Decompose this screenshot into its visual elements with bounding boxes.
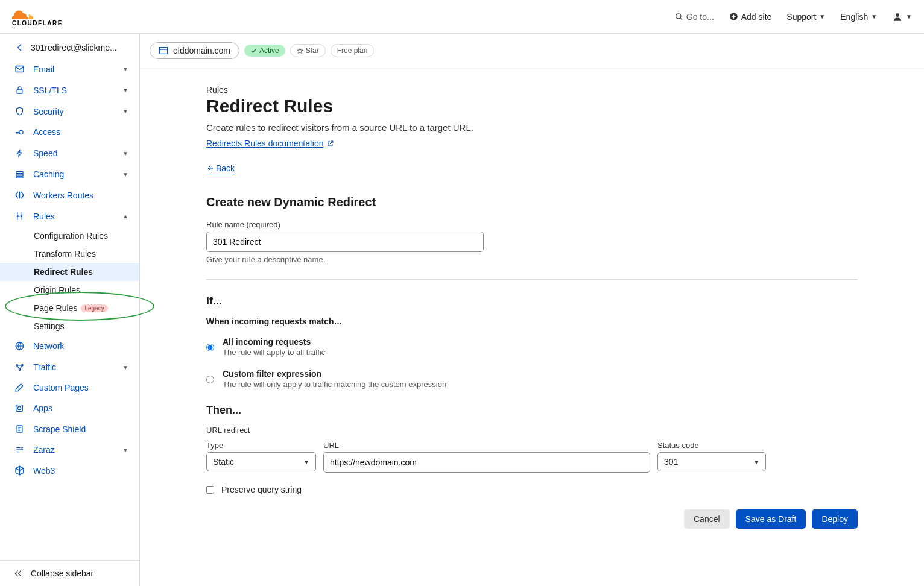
sidebar-subitem-origin-rules[interactable]: Origin Rules bbox=[34, 281, 139, 299]
check-icon bbox=[250, 48, 257, 54]
status-pill: Active bbox=[244, 45, 285, 57]
chevron-icon: ▼ bbox=[122, 66, 128, 72]
domain-pill[interactable]: olddomain.com bbox=[150, 42, 239, 59]
sidebar-subitem-transform-rules[interactable]: Transform Rules bbox=[34, 245, 139, 263]
url-redirect-label: URL redirect bbox=[206, 426, 858, 435]
code-label: Status code bbox=[657, 441, 766, 450]
svg-point-4 bbox=[896, 13, 899, 17]
svg-rect-9 bbox=[16, 174, 22, 175]
sidebar-item-network[interactable]: Network bbox=[0, 335, 139, 357]
sidebar-item-email[interactable]: Email▼ bbox=[0, 58, 139, 80]
nav-icon bbox=[14, 64, 25, 74]
sidebar-item-apps[interactable]: Apps bbox=[0, 398, 139, 418]
type-label: Type bbox=[206, 441, 316, 450]
language-menu[interactable]: English ▼ bbox=[840, 12, 877, 22]
rule-name-input[interactable] bbox=[206, 232, 484, 252]
nav-icon bbox=[14, 341, 25, 351]
nav-icon bbox=[14, 383, 25, 392]
chevron-icon: ▼ bbox=[122, 171, 128, 178]
if-heading: If... bbox=[206, 295, 858, 307]
section-title: Create new Dynamic Redirect bbox=[206, 195, 858, 209]
nav-icon bbox=[14, 170, 25, 179]
deploy-button[interactable]: Deploy bbox=[812, 509, 858, 529]
radio-custom-filter[interactable] bbox=[206, 370, 214, 389]
search-icon bbox=[675, 13, 683, 21]
nav-icon bbox=[14, 190, 25, 200]
sidebar-item-security[interactable]: Security▼ bbox=[0, 101, 139, 122]
top-header: CLOUDFLARE Go to... Add site Support ▼ E… bbox=[0, 0, 924, 34]
svg-point-7 bbox=[19, 130, 22, 134]
back-arrow-icon bbox=[15, 43, 25, 52]
sidebar-item-web3[interactable]: Web3 bbox=[0, 460, 139, 481]
collapse-sidebar[interactable]: Collapse sidebar bbox=[0, 560, 139, 586]
sidebar-item-rules[interactable]: Rules▲ bbox=[0, 206, 139, 227]
nav-icon bbox=[14, 363, 25, 372]
svg-rect-10 bbox=[16, 177, 22, 178]
doc-link[interactable]: Redirects Rules documentation bbox=[206, 139, 334, 148]
sidebar-item-access[interactable]: Access bbox=[0, 122, 139, 142]
sidebar-subitem-redirect-rules[interactable]: Redirect Rules bbox=[0, 263, 139, 281]
sidebar-subitem-configuration-rules[interactable]: Configuration Rules bbox=[34, 227, 139, 245]
star-button[interactable]: Star bbox=[290, 44, 326, 57]
chevron-icon: ▲ bbox=[122, 213, 128, 219]
sidebar-item-ssl-tls[interactable]: SSL/TLS▼ bbox=[0, 80, 139, 101]
main-area: olddomain.com Active Star Free plan Rule… bbox=[140, 34, 924, 586]
legacy-badge: Legacy bbox=[81, 304, 107, 312]
star-icon bbox=[297, 48, 303, 54]
plan-pill[interactable]: Free plan bbox=[331, 44, 375, 57]
sidebar-item-workers-routes[interactable]: Workers Routes bbox=[0, 184, 139, 206]
rule-name-label: Rule name (required) bbox=[206, 220, 858, 229]
browser-icon bbox=[159, 46, 168, 55]
back-link[interactable]: Back bbox=[206, 163, 235, 174]
nav-icon bbox=[14, 128, 25, 137]
then-heading: Then... bbox=[206, 404, 858, 417]
sidebar-item-zaraz[interactable]: Zaraz▼ bbox=[0, 440, 139, 460]
preserve-qs-checkbox[interactable] bbox=[206, 486, 214, 494]
account-switcher[interactable]: 301redirect@slickme... bbox=[0, 34, 139, 58]
sidebar-item-scrape-shield[interactable]: Scrape Shield bbox=[0, 418, 139, 440]
preserve-qs-label: Preserve query string bbox=[221, 485, 302, 494]
radio-all-requests[interactable] bbox=[206, 338, 214, 357]
type-select[interactable]: Static▼ bbox=[206, 452, 316, 471]
if-subhead: When incoming requests match… bbox=[206, 317, 858, 326]
chevron-icon: ▼ bbox=[122, 87, 128, 93]
sidebar-item-speed[interactable]: Speed▼ bbox=[0, 142, 139, 164]
url-input[interactable] bbox=[323, 452, 650, 473]
status-code-select[interactable]: 301▼ bbox=[657, 452, 766, 471]
external-link-icon bbox=[327, 140, 334, 147]
svg-rect-6 bbox=[17, 90, 22, 93]
logo[interactable]: CLOUDFLARE bbox=[12, 6, 78, 28]
support-menu[interactable]: Support ▼ bbox=[786, 12, 825, 22]
sidebar: 301redirect@slickme... Email▼SSL/TLS▼Sec… bbox=[0, 34, 140, 586]
domain-bar: olddomain.com Active Star Free plan bbox=[140, 34, 924, 68]
chevron-icon: ▼ bbox=[122, 364, 128, 371]
add-site-button[interactable]: Add site bbox=[729, 12, 772, 22]
sidebar-item-custom-pages[interactable]: Custom Pages bbox=[0, 377, 139, 398]
sidebar-subitem-page-rules[interactable]: Page RulesLegacy bbox=[34, 299, 139, 317]
svg-point-17 bbox=[17, 406, 21, 409]
cancel-button[interactable]: Cancel bbox=[684, 509, 730, 529]
svg-point-15 bbox=[19, 369, 21, 371]
svg-text:CLOUDFLARE: CLOUDFLARE bbox=[12, 20, 63, 27]
nav-icon bbox=[14, 465, 25, 476]
plus-circle-icon bbox=[729, 12, 738, 21]
radio-custom-label: Custom filter expression bbox=[223, 369, 446, 379]
chevron-icon: ▼ bbox=[122, 447, 128, 453]
chevron-icon: ▼ bbox=[122, 108, 128, 115]
user-menu[interactable]: ▼ bbox=[892, 11, 912, 22]
svg-point-14 bbox=[21, 364, 23, 366]
radio-all-desc: The rule will apply to all traffic bbox=[223, 348, 325, 357]
rule-name-hint: Give your rule a descriptive name. bbox=[206, 255, 858, 264]
page-title: Redirect Rules bbox=[206, 96, 858, 116]
nav-icon bbox=[14, 446, 25, 454]
sidebar-item-caching[interactable]: Caching▼ bbox=[0, 164, 139, 184]
save-draft-button[interactable]: Save as Draft bbox=[736, 509, 806, 529]
collapse-icon bbox=[14, 569, 22, 578]
sidebar-item-traffic[interactable]: Traffic▼ bbox=[0, 357, 139, 377]
svg-point-1 bbox=[676, 13, 681, 18]
sidebar-subitem-settings[interactable]: Settings bbox=[34, 317, 139, 335]
chevron-icon: ▼ bbox=[122, 150, 128, 157]
search-goto[interactable]: Go to... bbox=[675, 12, 714, 22]
radio-all-label: All incoming requests bbox=[223, 337, 325, 347]
url-label: URL bbox=[323, 441, 650, 450]
